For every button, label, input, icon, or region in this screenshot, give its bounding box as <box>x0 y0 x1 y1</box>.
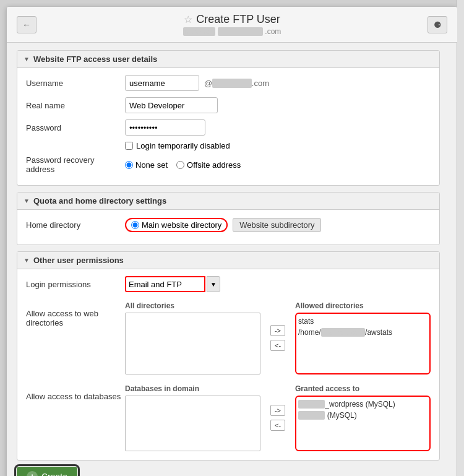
login-disabled-row: Login temporarily disabled <box>125 141 431 150</box>
recovery-none-option: None set <box>125 160 168 170</box>
home-dir-controls: Main website directory Website subdirect… <box>125 218 431 232</box>
granted-dbs-column: Granted access to _wordpress (MySQL) (My… <box>295 384 431 451</box>
recovery-offsite-option: Offsite address <box>176 160 241 170</box>
allowed-dirs-header: Allowed directories <box>295 301 431 310</box>
all-dirs-column: All directories <box>125 301 260 374</box>
login-perm-controls: Email and FTP FTP only Email only ▼ <box>125 276 431 292</box>
recovery-controls: None set Offsite address <box>125 160 431 170</box>
title-bar: ← ☆ Create FTP User In domain .com ⚈ <box>7 7 457 43</box>
login-disabled-checkbox[interactable] <box>125 142 133 150</box>
back-icon: ← <box>22 20 31 30</box>
add-db-button[interactable]: -> <box>270 405 285 416</box>
main-website-option: Main website directory <box>125 218 228 232</box>
home-dir-row: Home directory Main website directory We… <box>26 216 431 233</box>
ftp-details-body: Username @ .com Real name <box>17 68 439 185</box>
recovery-row: Password recovery address None set Offsi… <box>26 155 431 174</box>
login-perm-row: Login permissions Email and FTP FTP only… <box>26 275 431 293</box>
granted-dbs-header: Granted access to <box>295 384 431 393</box>
settings-button[interactable]: ⚈ <box>427 16 447 33</box>
password-controls <box>125 119 431 136</box>
allowed-dir-item-1: /home/example.com/awstats <box>298 327 427 338</box>
website-subdir-button[interactable]: Website subdirectory <box>233 218 321 232</box>
username-label: Username <box>26 79 125 88</box>
perm-toggle-icon: ▼ <box>24 257 30 264</box>
remove-db-button[interactable]: <- <box>270 420 285 431</box>
domain-text <box>218 27 263 36</box>
granted-db-item-1: (MySQL) <box>298 410 427 421</box>
subtitle: In domain .com <box>37 27 427 36</box>
star-icon: ☆ <box>184 14 192 25</box>
scrollbar[interactable] <box>457 6 458 476</box>
granted-dbs-list[interactable]: _wordpress (MySQL) (MySQL) <box>295 396 431 451</box>
db-label: Allow access to databases <box>26 381 125 401</box>
ftp-details-section: ▼ Website FTP access user details Userna… <box>17 50 440 186</box>
realname-row: Real name <box>26 97 431 114</box>
web-dir-label: Allow access to web directories <box>26 298 125 327</box>
all-dirs-list[interactable] <box>125 313 260 374</box>
quota-body: Home directory Main website directory We… <box>17 210 439 244</box>
main-website-label: Main website directory <box>142 220 221 230</box>
web-dir-row: Allow access to web directories All dire… <box>26 298 431 374</box>
ftp-details-header: ▼ Website FTP access user details <box>17 51 439 68</box>
domain-dbs-list[interactable] <box>125 396 260 451</box>
domain-dbs-header: Databases in domain <box>125 384 260 393</box>
login-perm-label: Login permissions <box>26 280 125 289</box>
realname-input[interactable] <box>125 97 218 113</box>
password-label: Password <box>26 123 125 132</box>
recovery-none-radio[interactable] <box>125 161 133 169</box>
back-button[interactable]: ← <box>17 16 37 33</box>
permissions-body: Login permissions Email and FTP FTP only… <box>17 269 439 460</box>
permissions-header: ▼ Other user permissions <box>17 252 439 269</box>
quota-toggle-icon: ▼ <box>24 197 30 204</box>
recovery-none-label: None set <box>135 160 168 170</box>
db-access-container: Databases in domain -> <- Granted access… <box>125 384 431 451</box>
username-row: Username @ .com <box>26 74 431 92</box>
password-input[interactable] <box>125 119 205 136</box>
permissions-section: ▼ Other user permissions Login permissio… <box>17 251 440 461</box>
create-label: Create <box>41 472 67 476</box>
recovery-label: Password recovery address <box>26 155 125 174</box>
plus-icon: + <box>27 471 38 476</box>
domain-suffix: @ .com <box>204 79 269 88</box>
web-dir-controls: All directories -> <- Allowed directorie… <box>125 298 431 374</box>
password-row: Password <box>26 119 431 136</box>
username-input[interactable] <box>125 75 199 91</box>
db-arrows: -> <- <box>265 384 290 451</box>
settings-icon: ⚈ <box>434 20 442 30</box>
login-disabled-label: Login temporarily disabled <box>136 141 230 150</box>
add-dir-button[interactable]: -> <box>270 325 285 336</box>
db-row: Allow access to databases Databases in d… <box>26 381 431 451</box>
content-area: ▼ Website FTP access user details Userna… <box>7 43 457 476</box>
login-perm-dropdown: Email and FTP FTP only Email only ▼ <box>125 276 220 292</box>
dir-access-container: All directories -> <- Allowed directorie… <box>125 301 431 374</box>
title-center: ☆ Create FTP User In domain .com <box>37 13 427 36</box>
realname-controls <box>125 97 431 113</box>
quota-section: ▼ Quota and home directory settings Home… <box>17 192 440 245</box>
main-window: ← ☆ Create FTP User In domain .com ⚈ ▼ W… <box>6 6 458 476</box>
main-website-radio[interactable] <box>131 221 139 229</box>
recovery-offsite-radio[interactable] <box>176 161 184 169</box>
dropdown-arrow-icon[interactable]: ▼ <box>207 276 220 292</box>
create-button[interactable]: + Create <box>17 467 77 476</box>
username-controls: @ .com <box>125 75 431 91</box>
allowed-dirs-list[interactable]: stats /home/example.com/awstats <box>295 313 431 374</box>
allowed-dirs-column: Allowed directories stats /home/example.… <box>295 301 431 374</box>
remove-dir-button[interactable]: <- <box>270 340 285 351</box>
login-perm-select[interactable]: Email and FTP FTP only Email only <box>125 276 205 292</box>
page-title: ☆ Create FTP User <box>37 13 427 26</box>
recovery-offsite-label: Offsite address <box>187 160 241 170</box>
realname-label: Real name <box>26 101 125 110</box>
allowed-dir-item-0: stats <box>298 316 427 327</box>
db-controls: Databases in domain -> <- Granted access… <box>125 381 431 451</box>
domain-dbs-column: Databases in domain <box>125 384 260 451</box>
granted-db-item-0: _wordpress (MySQL) <box>298 399 427 410</box>
quota-header: ▼ Quota and home directory settings <box>17 193 439 210</box>
home-dir-label: Home directory <box>26 220 125 230</box>
toggle-icon: ▼ <box>24 56 30 63</box>
all-dirs-header: All directories <box>125 301 260 310</box>
dir-arrows: -> <- <box>265 301 290 374</box>
